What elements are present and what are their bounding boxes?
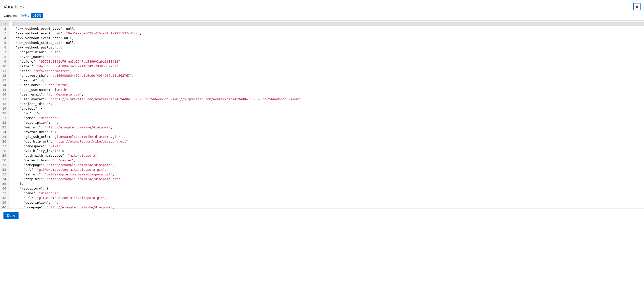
code-line[interactable]: "awx_webhook_status_api": null,	[12, 40, 644, 45]
line-number: 9	[0, 59, 9, 64]
line-number: 38	[0, 195, 9, 200]
code-line[interactable]: "user_name": "John Smith",	[12, 83, 644, 87]
line-number: 4	[0, 36, 9, 40]
close-icon: ✕	[635, 5, 638, 9]
code-line[interactable]: "default_branch": "master",	[12, 158, 644, 163]
code-line[interactable]: "ssh_url": "git@example.com:mike/diaspor…	[12, 172, 644, 177]
line-number: 5	[0, 40, 9, 45]
line-number: 10	[0, 64, 9, 69]
line-number: 28	[0, 148, 9, 153]
line-number: 18	[0, 101, 9, 106]
code-line[interactable]: "name": "Diaspora",	[12, 116, 644, 120]
code-line[interactable]: "homepage": "http://example.com/mike/dia…	[12, 163, 644, 167]
code-line[interactable]: "user_email": "john@example.com",	[12, 92, 644, 97]
code-line[interactable]: "path_with_namespace": "mike/diaspora",	[12, 153, 644, 158]
code-line[interactable]: "url": "git@example.com:mike/diaspora.gi…	[12, 195, 644, 200]
toggle-yaml-button[interactable]: YAML	[19, 13, 31, 18]
format-toggle: YAML JSON	[19, 13, 43, 18]
code-line[interactable]: "id": 15,	[12, 111, 644, 116]
footer: Done	[0, 209, 644, 222]
line-number: 23	[0, 125, 9, 130]
line-number: 32	[0, 167, 9, 172]
line-number: 29	[0, 153, 9, 158]
line-number: 40	[0, 205, 9, 209]
code-line[interactable]: "description": "",	[12, 120, 644, 125]
line-number: 20	[0, 111, 9, 116]
code-line[interactable]: "object_kind": "push",	[12, 50, 644, 55]
code-line[interactable]: "homepage": "http://example.com/mike/dia…	[12, 205, 644, 209]
code-line[interactable]: "namespace": "Mike",	[12, 144, 644, 148]
code-line[interactable]: "project_id": 15,	[12, 101, 644, 106]
line-number: 22	[0, 120, 9, 125]
line-number: 15	[0, 87, 9, 92]
toggle-json-button[interactable]: JSON	[31, 13, 43, 18]
line-number-gutter: 1234567891011121314151617181920212223242…	[0, 21, 10, 209]
code-line[interactable]: "web_url": "http://example.com/mike/dias…	[12, 125, 644, 130]
line-number: 36	[0, 186, 9, 191]
code-line[interactable]: "url": "git@example.com:mike/diaspora.gi…	[12, 167, 644, 172]
line-number: 33	[0, 172, 9, 177]
line-number: 34	[0, 177, 9, 181]
code-line[interactable]: "awx_webhook_event_guid": "0ed69aac-6035…	[12, 31, 644, 36]
line-number: 2	[0, 26, 9, 31]
line-number: 19	[0, 106, 9, 111]
line-number: 25	[0, 134, 9, 139]
code-line[interactable]: "visibility_level": 0,	[12, 148, 644, 153]
line-number: 17	[0, 97, 9, 101]
header: Variables ✕	[0, 0, 644, 11]
code-line[interactable]: "awx_webhook_event_ref": null,	[12, 36, 644, 40]
code-line[interactable]: "git_http_url": "http://example.com/mike…	[12, 139, 644, 144]
code-line[interactable]: "awx_webhook_payload": {	[12, 45, 644, 50]
line-number: 3	[0, 31, 9, 36]
code-line[interactable]: "ref": "refs/heads/master",	[12, 69, 644, 73]
line-number: 13	[0, 78, 9, 83]
code-line[interactable]: "user_avatar": "https://s.gravatar.com/a…	[12, 97, 644, 101]
line-number: 1	[0, 22, 9, 26]
done-button[interactable]: Done	[4, 212, 18, 219]
code-line[interactable]: "awx_webhook_event_type": null,	[12, 26, 644, 31]
code-line[interactable]: "project": {	[12, 106, 644, 111]
line-number: 30	[0, 158, 9, 163]
line-number: 8	[0, 55, 9, 59]
line-number: 21	[0, 116, 9, 120]
code-line[interactable]: "git_ssh_url": "git@example.com:mike/dia…	[12, 134, 644, 139]
line-number: 39	[0, 200, 9, 205]
line-number: 12	[0, 73, 9, 78]
line-number: 16	[0, 92, 9, 97]
code-line[interactable]: "description": "",	[12, 200, 644, 205]
line-number: 27	[0, 144, 9, 148]
line-number: 35	[0, 181, 9, 186]
line-number: 26	[0, 139, 9, 144]
line-number: 24	[0, 130, 9, 134]
code-line[interactable]: },	[12, 181, 644, 186]
line-number: 6	[0, 45, 9, 50]
code-line[interactable]: {	[12, 22, 644, 26]
line-number: 37	[0, 191, 9, 195]
page-title: Variables	[4, 4, 24, 10]
line-number: 31	[0, 163, 9, 167]
toolbar-label: Variables	[4, 14, 16, 18]
code-line[interactable]: "avatar_url": null,	[12, 130, 644, 134]
code-line[interactable]: "user_id": 4,	[12, 78, 644, 83]
code-line[interactable]: "http_url": "http://example.com/mike/dia…	[12, 177, 644, 181]
code-content[interactable]: { "awx_webhook_event_type": null, "awx_w…	[10, 21, 644, 209]
code-line[interactable]: "repository": {	[12, 186, 644, 191]
line-number: 11	[0, 69, 9, 73]
code-line[interactable]: "name": "Diaspora",	[12, 191, 644, 195]
line-number: 14	[0, 83, 9, 87]
code-line[interactable]: "user_username": "jsmith",	[12, 87, 644, 92]
code-line[interactable]: "before": "95790bf891e76fee5e1747ab58990…	[12, 59, 644, 64]
code-line[interactable]: "event_name": "push",	[12, 55, 644, 59]
code-line[interactable]: "after": "da1560886d4f094c3e6c9ef40349f7…	[12, 64, 644, 69]
toolbar: Variables YAML JSON	[0, 11, 644, 20]
code-line[interactable]: "checkout_sha": "da1560886d4f094c3e6c9ef…	[12, 73, 644, 78]
code-editor[interactable]: 1234567891011121314151617181920212223242…	[0, 20, 644, 209]
line-number: 7	[0, 50, 9, 55]
close-button[interactable]: ✕	[633, 3, 640, 11]
